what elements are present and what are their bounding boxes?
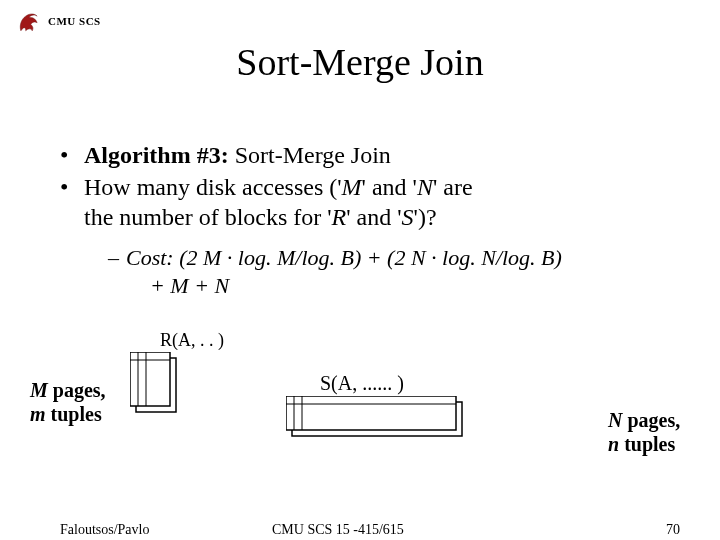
bullet-dot-icon: •: [60, 172, 84, 232]
footer-authors: Faloutsos/Pavlo: [60, 522, 149, 538]
footer-course: CMU SCS 15 -415/615: [272, 522, 404, 538]
n-var: N: [608, 409, 622, 431]
slide-header: CMU SCS: [16, 8, 101, 34]
slide-title: Sort-Merge Join: [0, 40, 720, 84]
m-txt2: tuples: [46, 403, 102, 425]
slide-content: • Algorithm #3: Sort-Merge Join • How ma…: [60, 140, 680, 299]
n-txt2: tuples: [619, 433, 675, 455]
s-relation-label: S(A, ...... ): [320, 372, 404, 395]
b2-seg: How many disk accesses (': [84, 174, 342, 200]
n-txt: pages,: [622, 409, 680, 431]
b2-seg: the number of blocks for ': [84, 204, 332, 230]
b2-S: S: [402, 204, 414, 230]
m-txt: pages,: [48, 379, 106, 401]
cost-line2: + M + N: [150, 272, 680, 300]
b2-seg: ' are: [433, 174, 473, 200]
m-var2: m: [30, 403, 46, 425]
b2-N: N: [417, 174, 433, 200]
dragon-logo-icon: [16, 8, 42, 34]
s-table-icon: [286, 396, 476, 444]
r-table-icon: [130, 352, 240, 422]
b2-M: M: [342, 174, 362, 200]
footer-page-number: 70: [666, 522, 680, 538]
svg-rect-6: [286, 396, 456, 430]
bullet-dot-icon: •: [60, 140, 84, 170]
bullet-2: • How many disk accesses ('M' and 'N' ar…: [60, 172, 680, 232]
b2-seg: ' and ': [362, 174, 417, 200]
n-pages-label: N pages, n tuples: [608, 408, 680, 456]
header-org: CMU SCS: [48, 15, 101, 27]
b2-seg: ' and ': [346, 204, 401, 230]
bullet-1: • Algorithm #3: Sort-Merge Join: [60, 140, 680, 170]
dash-icon: –: [108, 244, 126, 272]
m-pages-label: M pages, m tuples: [30, 378, 106, 426]
diagram-area: R(A, . . ) M pages, m tuples S(A, ......…: [0, 330, 720, 500]
r-relation-label: R(A, . . ): [160, 330, 224, 351]
n-var2: n: [608, 433, 619, 455]
sub-bullet-cost: – Cost: (2 M · log. M/log. B) + (2 N · l…: [108, 244, 680, 272]
bullet-1-rest: Sort-Merge Join: [229, 142, 391, 168]
cost-line1: Cost: (2 M · log. M/log. B) + (2 N · log…: [126, 244, 562, 272]
bullet-1-prefix: Algorithm #3:: [84, 142, 229, 168]
b2-R: R: [332, 204, 347, 230]
b2-seg: ')?: [414, 204, 437, 230]
m-var: M: [30, 379, 48, 401]
